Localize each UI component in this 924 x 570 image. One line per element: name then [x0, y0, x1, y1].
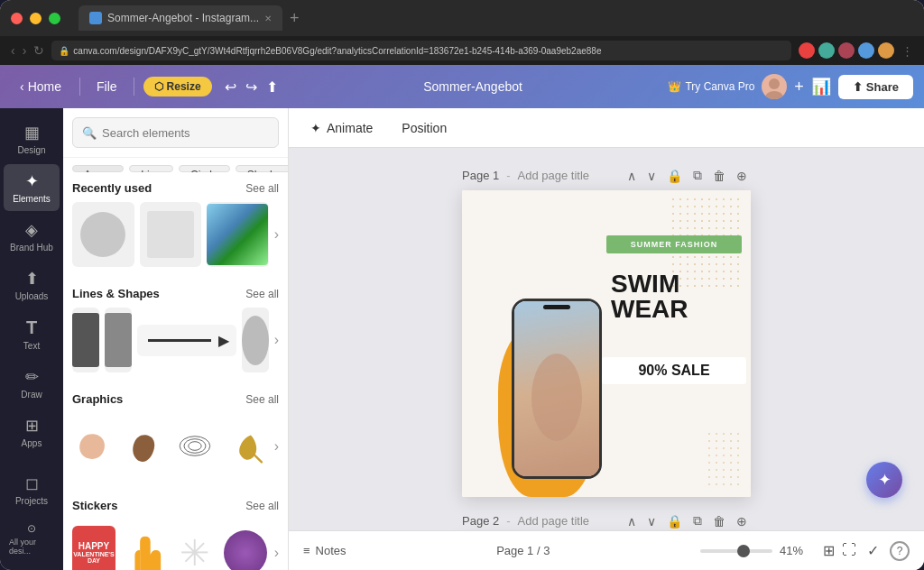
- magic-wand-button[interactable]: ✦: [866, 462, 902, 498]
- profile-icon-2: [818, 42, 835, 59]
- notes-button[interactable]: ≡ Notes: [303, 544, 346, 557]
- page-copy-icon[interactable]: ⧉: [689, 166, 706, 185]
- content-area: ▦ Design ✦ Elements ◈ Brand Hub ⬆ Upload…: [0, 108, 924, 570]
- sidebar-item-uploads[interactable]: ⬆ Uploads: [4, 262, 60, 308]
- sidebar-item-design[interactable]: ▦ Design: [4, 115, 60, 162]
- help-button[interactable]: ?: [890, 541, 910, 561]
- recent-item-landscape[interactable]: [207, 202, 269, 267]
- back-button[interactable]: ‹: [11, 43, 15, 58]
- search-input[interactable]: [102, 126, 269, 140]
- animate-button[interactable]: ✦ Animate: [303, 117, 380, 139]
- phone-screen: [514, 301, 599, 476]
- position-button[interactable]: Position: [394, 117, 454, 139]
- minimize-button[interactable]: [30, 13, 42, 24]
- redo-button[interactable]: ↪: [242, 77, 261, 97]
- p2-lock-icon[interactable]: 🔒: [663, 512, 686, 530]
- url-bar[interactable]: 🔒 canva.com/design/DAFX9yC_gtY/3Wt4dRtfj…: [51, 41, 791, 60]
- graphic-contour-lines[interactable]: [173, 417, 217, 475]
- tab-close-icon[interactable]: ✕: [264, 14, 272, 23]
- design-title: Sommer-Angebot: [283, 79, 663, 94]
- profile-icon-3: [838, 42, 855, 59]
- sticker-purple-circle[interactable]: [224, 523, 267, 570]
- share-button[interactable]: ⬆ Share: [838, 75, 913, 99]
- lines-shapes-see-all[interactable]: See all: [245, 288, 279, 300]
- recently-used-title: Recently used: [72, 181, 152, 195]
- resize-button[interactable]: ⬡ Resize: [143, 77, 212, 97]
- page-up-button[interactable]: ∧: [624, 167, 640, 185]
- grid-view-button[interactable]: ⊞: [823, 542, 835, 559]
- undo-button[interactable]: ↩: [221, 77, 240, 97]
- page-add-icon[interactable]: ⊕: [733, 167, 751, 185]
- graphic-blob-brown[interactable]: [123, 417, 166, 475]
- zoom-level: 41%: [780, 544, 812, 557]
- chip-circle[interactable]: Circle: [179, 165, 230, 172]
- design-page-1[interactable]: SUMMER FASHION SWIM WEAR 90% SALE: [462, 190, 751, 497]
- sticker-star-burst[interactable]: ✳: [173, 523, 217, 570]
- sidebar-item-all-designs[interactable]: ⊙ All your desi...: [4, 515, 60, 563]
- home-button[interactable]: ‹ Home: [11, 76, 70, 97]
- p2-up-button[interactable]: ∧: [624, 512, 640, 530]
- graphics-section: Graphics See all: [63, 383, 288, 490]
- sidebar-item-projects[interactable]: ◻ Projects: [4, 466, 60, 513]
- stats-button[interactable]: 📊: [811, 77, 831, 97]
- svg-point-3: [184, 439, 206, 454]
- circle-shape: [80, 212, 125, 257]
- sidebar-item-apps[interactable]: ⊞ Apps: [4, 409, 60, 455]
- p2-delete-icon[interactable]: 🗑: [709, 512, 729, 530]
- sidebar-item-elements[interactable]: ✦ Elements: [4, 164, 60, 211]
- shapes-more-arrow[interactable]: ›: [274, 332, 279, 348]
- upload-button[interactable]: ⬆: [266, 78, 278, 96]
- chip-arrow[interactable]: Arrow: [72, 165, 124, 172]
- chip-shadow[interactable]: Shadow: [236, 165, 288, 172]
- shape-line-arrow-item[interactable]: ▶: [137, 325, 236, 356]
- recent-more-arrow[interactable]: ›: [274, 226, 279, 243]
- sidebar-item-text[interactable]: T Text: [4, 310, 60, 358]
- fullscreen-button[interactable]: ⛶: [842, 542, 856, 559]
- page-1-add-title[interactable]: Add page title: [518, 169, 590, 182]
- search-box[interactable]: 🔍: [72, 117, 279, 148]
- maximize-button[interactable]: [49, 13, 60, 24]
- sidebar-item-brand[interactable]: ◈ Brand Hub: [4, 213, 60, 260]
- recent-item-circle[interactable]: [72, 202, 134, 267]
- add-button[interactable]: +: [794, 78, 804, 97]
- shape-square2-item[interactable]: [105, 308, 132, 372]
- page-2-controls: ∧ ∨ 🔒 ⧉ 🗑 ⊕: [624, 511, 751, 530]
- p2-down-button[interactable]: ∨: [643, 512, 660, 530]
- animate-label: Animate: [327, 121, 373, 135]
- file-menu[interactable]: File: [89, 76, 125, 97]
- page-down-button[interactable]: ∨: [643, 167, 660, 185]
- page-delete-icon[interactable]: 🗑: [709, 167, 729, 185]
- graphic-gold-shape[interactable]: [224, 417, 267, 475]
- zoom-slider[interactable]: [700, 549, 772, 553]
- canvas-scroll[interactable]: Page 1 - Add page title ∧ ∨ 🔒 ⧉ 🗑 ⊕: [289, 148, 924, 530]
- page-1-controls: ∧ ∨ 🔒 ⧉ 🗑 ⊕: [624, 166, 751, 185]
- svg-rect-7: [707, 432, 744, 486]
- shape-square-item[interactable]: [72, 308, 99, 372]
- sticker-hand[interactable]: [123, 523, 166, 570]
- check-button[interactable]: ✓: [867, 542, 879, 559]
- stickers-more-arrow[interactable]: ›: [274, 545, 279, 561]
- graphics-more-arrow[interactable]: ›: [274, 438, 279, 455]
- page-lock-icon[interactable]: 🔒: [663, 167, 686, 185]
- user-avatar[interactable]: [762, 74, 787, 99]
- shape-circle-item[interactable]: [242, 308, 269, 372]
- p2-copy-icon[interactable]: ⧉: [689, 511, 706, 530]
- extensions-icon[interactable]: ⋮: [901, 44, 913, 58]
- sticker-valentine[interactable]: HAPPY VALENTINE'S DAY: [72, 523, 116, 570]
- recent-item-square[interactable]: [140, 202, 202, 267]
- stickers-see-all[interactable]: See all: [245, 500, 279, 512]
- new-tab-button[interactable]: +: [290, 9, 300, 28]
- close-button[interactable]: [11, 13, 23, 24]
- recently-used-see-all[interactable]: See all: [245, 182, 279, 195]
- sidebar-item-draw[interactable]: ✏ Draw: [4, 360, 60, 407]
- reload-button[interactable]: ↻: [33, 43, 44, 58]
- p2-add-icon[interactable]: ⊕: [733, 512, 751, 530]
- chip-line[interactable]: Line: [129, 165, 173, 172]
- page-2-add-title[interactable]: Add page title: [518, 514, 590, 528]
- graphic-blob-skin[interactable]: [72, 417, 116, 475]
- magic-icon: ✦: [878, 470, 892, 490]
- try-pro-button[interactable]: 👑 Try Canva Pro: [668, 80, 754, 93]
- graphics-see-all[interactable]: See all: [245, 393, 279, 406]
- forward-button[interactable]: ›: [23, 43, 27, 58]
- browser-tab[interactable]: Sommer-Angebot - Instagram... ✕: [79, 5, 282, 31]
